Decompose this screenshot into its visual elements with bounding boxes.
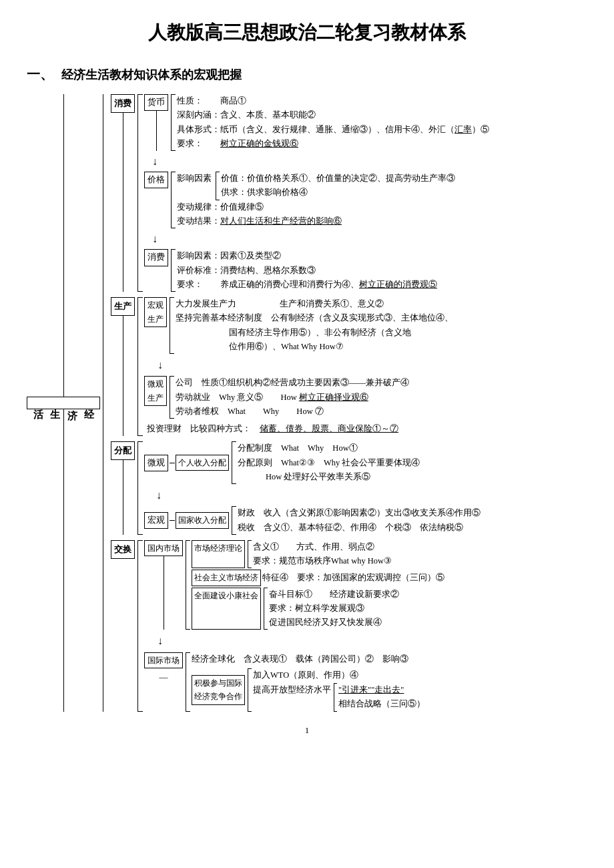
fp-hg-item1: 财政 收入（含义粥原①影响因素②）支出③收支关系④作用⑤ [238, 506, 481, 520]
shehuizhuyi-text: 特征④ 要求：加强国家的宏观调控（三问）⑤ [262, 571, 444, 585]
touzi-row: 投资理财 比较四种方式： 储蓄、债券、股票、商业保险①～⑦ [144, 422, 587, 436]
jijic-sub2: 相结合战略（三问⑤） [338, 697, 425, 711]
label-xiaofei: 消费 [111, 94, 135, 113]
xk-item3: 促进国民经济又好又快发展④ [269, 616, 399, 630]
arrow4: ↓ [156, 486, 587, 504]
guoji-market: 国际市场 — 经济全球化 含义表现① 载体（跨国公司）② [144, 652, 587, 712]
label-jiaohuan: 交换 [111, 540, 135, 559]
xk-item2: 要求：树立科学发展观③ [269, 602, 399, 616]
section-number: 一、 [27, 65, 53, 83]
wg-item1: 公司 性质①组织机构②经营成功主要因素③——兼并破产④ [176, 376, 409, 390]
fp-wg-item3: How 处理好公平效率关系⑤ [266, 470, 420, 484]
jijic-item2: 提高开放型经济水平 "引进来""走出去" 相结合战略（三问⑤） [253, 683, 425, 712]
shichang-row: 市场经济理论 含义① 方式、作用、弱点② 要求：规范市场秩序What why H… [192, 540, 444, 569]
section-title: 一、 经济生活教材知识体系的宏观把握 [27, 65, 587, 83]
label-shichang: 市场经济理论 [192, 540, 245, 569]
label-jijicanyv: 积极参与国际经济竞争合作 [192, 675, 245, 705]
huobi-item2: 深刻内涵：含义、本质、基本职能② [177, 108, 489, 122]
label-hongguan: 宏观生产 [144, 297, 167, 327]
section-label: 经济生活教材知识体系的宏观把握 [61, 67, 242, 83]
label-guojia: 国家收入分配 [176, 512, 229, 528]
wg-item2: 劳动就业 Why 意义⑤ How 树立正确择业观⑥ [176, 391, 409, 405]
label-guoji: 国际市场 [144, 652, 183, 668]
label-weiguan: 微观生产 [144, 376, 167, 406]
label-fp-weiguan: 微观 [144, 455, 168, 471]
arrow1: ↓ [152, 152, 489, 170]
huobi-group: 货币 性质： 商品① 深刻内涵：含义、本质、基本职能② 具体形式 [144, 94, 489, 151]
jiaohuan-section: 交换 国内市场 [111, 540, 587, 712]
guonei-market: 国内市场 市场经济理论 [144, 540, 587, 630]
label-fenpei: 分配 [111, 441, 135, 460]
weiguan-shengchan: 微观生产 公司 性质①组织机构②经营成功主要因素③——兼并破产④ 劳动就业 Wh… [144, 376, 587, 419]
xiaokang-row: 全面建设小康社会 奋斗目标① 经济建设新要求② 要求：树立科学发展观③ [192, 588, 444, 630]
wg-item3: 劳动者维权 What Why How ⑦ [176, 405, 409, 419]
xiaofei-section: 消费 货币 [111, 94, 587, 292]
fenpei-section: 分配 微观 [111, 441, 587, 534]
jingji-quanqiuhua: 经济全球化 含义表现① 载体（跨国公司）② 影响③ [192, 652, 425, 666]
label-xiaofei-sub: 消费 [144, 249, 168, 266]
label-jiage: 价格 [144, 172, 168, 188]
fp-wg-item2: 分配原则 What②③ Why 社会公平重要体现④ [238, 456, 420, 470]
huobi-item4: 要求： 树立正确的金钱观⑥ [177, 137, 489, 151]
label-guonei: 国内市场 [144, 540, 183, 556]
xs-item2: 评价标准：消费结构、恩格尔系数③ [177, 264, 437, 278]
jijic-sub1: "引进来""走出去" [338, 683, 425, 697]
fenpei-hongguan: 宏观 国家收入分配 财 [144, 506, 587, 535]
label-xiaokang: 全面建设小康社会 [192, 588, 261, 630]
arrow3: ↓ [158, 356, 587, 374]
label-shehuizhuyi: 社会主义市场经济 [192, 570, 261, 586]
main-title: 人教版高三思想政治二轮复习教材体系 [27, 20, 587, 45]
hg-item3: 国有经济主导作用⑤）、非公有制经济（含义地 [229, 326, 453, 340]
arrow2: ↓ [152, 230, 489, 248]
jiage-item1: 影响因素 价值：价值价格关系①、价值量的决定②、提高劳动生产率③ 供求：供求影响… [177, 172, 455, 200]
guoji-dash: — [160, 670, 168, 684]
jijic-item1: 加入WTO（原则、作用）④ [253, 668, 425, 682]
fp-hg-item2: 税收 含义①、基本特征②、作用④ 个税③ 依法纳税⑤ [238, 521, 481, 535]
shehuizhuyi-row: 社会主义市场经济 特征④ 要求：加强国家的宏观调控（三问）⑤ [192, 570, 444, 586]
page-number: 1 [27, 725, 587, 736]
hg-item2: 坚持完善基本经济制度 公有制经济（含义及实现形式③、主体地位④、 [176, 311, 453, 325]
xiaofei-sub-group: 消费 影响因素：因素①及类型② 评价标准：消费结构、恩格尔系数③ 要求： 养成正… [144, 249, 489, 292]
mindmap: 经济生活 消费 [27, 94, 587, 712]
arrow5: ↓ [158, 632, 587, 650]
hg-item4: 位作用⑥）、What Why How⑦ [229, 340, 453, 354]
hg-item1: 大力发展生产力 生产和消费关系①、意义② [176, 297, 453, 311]
jiage-item4: 变动结果：对人们生活和生产经营的影响⑥ [177, 214, 455, 228]
xs-item1: 影响因素：因素①及类型② [177, 249, 437, 263]
label-shengchan: 生产 [111, 297, 135, 316]
huobi-item1: 性质： 商品① [177, 94, 489, 108]
big-label-jingji: 经济生活 [27, 397, 100, 409]
xk-item1: 奋斗目标① 经济建设新要求② [269, 588, 399, 602]
sc-item1: 含义① 方式、作用、弱点② [253, 540, 392, 554]
jiage-item3: 变动规律：价值规律⑤ [177, 200, 455, 214]
fp-wg-item1: 分配制度 What Why How① [238, 441, 420, 455]
fenpei-weiguan: 微观 个人收入分配 分 [144, 441, 587, 484]
huobi-item3: 具体形式：纸币（含义、发行规律、通胀、通缩③）、信用卡④、外汇（汇率）⑤ [177, 123, 489, 137]
jijicanyujingji: 积极参与国际经济竞争合作 加入WTO（原则、作用）④ 提高开放型经济 [192, 668, 425, 712]
label-geren: 个人收入分配 [176, 455, 229, 471]
xs-item3: 要求： 养成正确的消费心理和消费行为④、树立正确的消费观⑤ [177, 278, 437, 292]
label-fp-hongguan: 宏观 [144, 512, 168, 529]
label-huobi: 货币 [144, 94, 168, 111]
hongguan-shengchan: 宏观生产 大力发展生产力 生产和消费关系①、意义② 坚持完善基本经济制度 公有制… [144, 297, 587, 354]
shengchan-section: 生产 宏观生产 [111, 297, 587, 436]
jiage-group: 价格 影响因素 [144, 172, 489, 228]
sc-item2: 要求：规范市场秩序What why How③ [253, 554, 392, 568]
page: 人教版高三思想政治二轮复习教材体系 一、 经济生活教材知识体系的宏观把握 经济生… [27, 20, 587, 736]
